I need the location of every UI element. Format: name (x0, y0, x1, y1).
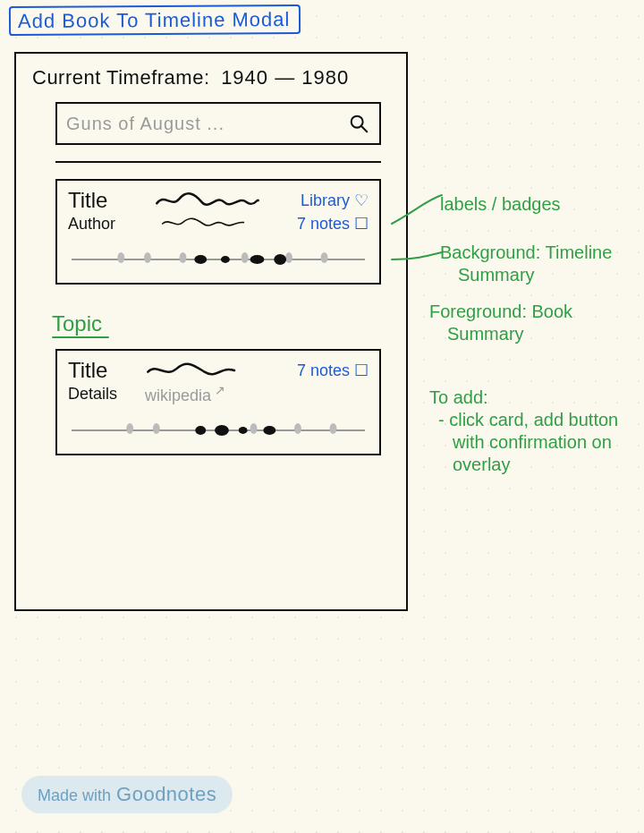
divider (55, 161, 381, 163)
svg-point-3 (117, 252, 124, 263)
timeframe-label: Current Timeframe: (32, 66, 210, 89)
search-placeholder: Guns of August ... (66, 114, 347, 134)
details-source-text: wikipedia (145, 387, 211, 404)
author-squiggle-icon (145, 213, 279, 234)
notes-badge[interactable]: 7 notes ☐ (279, 361, 369, 380)
annotation-todo: To add: - click card, add button with co… (429, 387, 635, 476)
svg-point-16 (250, 423, 258, 434)
svg-point-11 (250, 255, 265, 264)
svg-point-19 (195, 426, 206, 435)
annotation-text: - click card, add button (429, 409, 635, 431)
svg-point-17 (294, 423, 301, 434)
svg-point-18 (330, 423, 337, 434)
svg-point-20 (215, 425, 229, 436)
badge-prefix: Made with (38, 786, 111, 805)
current-timeframe: Current Timeframe: 1940 — 1980 (32, 66, 394, 89)
card-details-label: Details (68, 385, 145, 404)
add-book-modal: Current Timeframe: 1940 — 1980 Guns of A… (14, 52, 408, 611)
external-link-icon: ↗ (211, 383, 225, 397)
svg-point-4 (144, 252, 151, 263)
svg-point-10 (221, 256, 230, 263)
card-title-label: Title (68, 358, 145, 383)
search-input[interactable]: Guns of August ... (55, 102, 381, 145)
svg-point-21 (239, 427, 248, 434)
page-title: Add Book To Timeline Modal (9, 4, 301, 36)
svg-point-15 (153, 423, 160, 434)
svg-point-6 (242, 252, 249, 263)
result-card-topic[interactable]: Title 7 notes ☐ Details wikipedia ↗ (55, 349, 381, 455)
result-card-book[interactable]: Title Library ♡ Author 7 notes ☐ (55, 179, 381, 285)
notes-badge[interactable]: 7 notes ☐ (279, 214, 369, 234)
annotation-text: Foreground: Book (429, 301, 635, 323)
timeline-summary-icon (68, 418, 369, 443)
annotation-text: Summary (429, 323, 635, 345)
svg-line-1 (361, 126, 367, 132)
annotation-foreground: Foreground: Book Summary (429, 301, 635, 345)
annotation-text: overlay (429, 454, 635, 476)
svg-point-14 (126, 423, 133, 434)
annotation-labels-badges: labels / badges (440, 193, 644, 216)
annotation-background: Background: Timeline Summary (440, 242, 644, 286)
svg-point-8 (321, 252, 328, 263)
svg-point-12 (274, 254, 286, 265)
annotation-text: Summary (440, 264, 644, 286)
annotation-text: with confirmation on (429, 431, 635, 454)
svg-point-9 (194, 255, 207, 264)
badge-brand: Goodnotes (116, 783, 216, 806)
annotation-text: To add: (429, 387, 635, 409)
card-author-label: Author (68, 215, 145, 234)
card-title-label: Title (68, 188, 145, 213)
annotation-text: Background: Timeline (440, 242, 644, 264)
search-icon[interactable] (347, 112, 370, 135)
title-squiggle-icon (145, 190, 279, 211)
timeframe-value: 1940 — 1980 (221, 66, 349, 89)
annotation-text: labels / badges (440, 194, 561, 214)
section-heading-topic: Topic (52, 311, 394, 336)
svg-point-22 (263, 426, 275, 435)
title-squiggle-icon (145, 360, 279, 381)
timeline-summary-icon (68, 247, 369, 272)
made-with-goodnotes-badge: Made with Goodnotes (21, 776, 233, 813)
svg-point-7 (285, 252, 292, 263)
library-badge[interactable]: Library ♡ (279, 191, 369, 210)
wikipedia-link[interactable]: wikipedia ↗ (145, 383, 225, 405)
svg-point-5 (180, 252, 187, 263)
